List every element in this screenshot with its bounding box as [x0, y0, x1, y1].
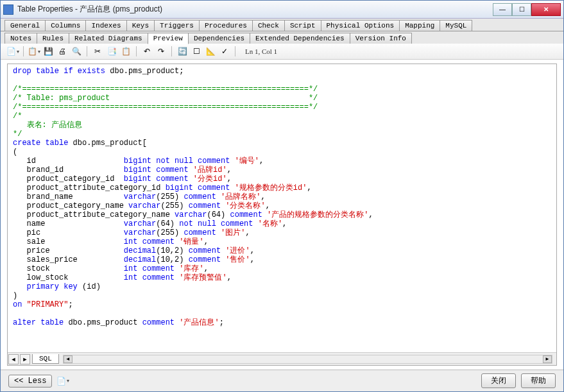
scroll-right-icon[interactable]: ►	[543, 355, 552, 363]
cursor-position: Ln 1, Col 1	[245, 47, 277, 55]
sql-editor[interactable]: drop table if exists dbo.pms_product; /*…	[8, 64, 556, 352]
properties-icon[interactable]: 📋▾	[28, 46, 40, 57]
cut-icon[interactable]: ✂	[92, 46, 103, 57]
redo-icon[interactable]: ↷	[155, 46, 167, 57]
select-icon[interactable]: ☐	[191, 46, 202, 57]
format-icon[interactable]: 📐	[205, 46, 216, 57]
tab-scroll-right[interactable]: ►	[20, 354, 30, 364]
tab-rules[interactable]: Rules	[37, 33, 69, 44]
titlebar: Table Properties - 产品信息 (pms_product) — …	[1, 1, 563, 19]
tab-mapping[interactable]: Mapping	[399, 20, 440, 31]
minimize-button[interactable]: —	[493, 3, 512, 16]
new-icon[interactable]: 📄▾	[7, 46, 19, 57]
window: Table Properties - 产品信息 (pms_product) — …	[0, 0, 564, 392]
footer: << Less 📄▾ 关闭 帮助	[1, 370, 563, 391]
tab-scroll-left[interactable]: ◄	[8, 354, 19, 364]
close-dialog-button[interactable]: 关闭	[481, 373, 516, 388]
horizontal-scrollbar[interactable]: ◄ ►	[63, 355, 552, 364]
editor-panel: drop table if exists dbo.pms_product; /*…	[7, 64, 557, 366]
tab-keys[interactable]: Keys	[126, 20, 155, 31]
sql-tab[interactable]: SQL	[32, 354, 59, 364]
scroll-left-icon[interactable]: ◄	[64, 355, 73, 363]
menu-icon[interactable]: 📄▾	[57, 375, 69, 387]
toolbar: 📄▾ 📋▾ 💾 🖨 🔍 ✂ 📑 📋 ↶ ↷ 🔄 ☐ 📐 ✓ Ln 1, Col …	[1, 44, 563, 60]
tab-check[interactable]: Check	[252, 20, 285, 31]
validate-icon[interactable]: ✓	[219, 46, 230, 57]
tab-columns[interactable]: Columns	[45, 20, 86, 31]
tab-triggers[interactable]: Triggers	[154, 20, 200, 31]
less-button[interactable]: << Less	[8, 375, 52, 388]
tabs-row-1: GeneralColumnsIndexesKeysTriggersProcedu…	[1, 19, 563, 31]
close-button[interactable]: ✕	[531, 3, 561, 16]
tab-physical-options[interactable]: Physical Options	[321, 20, 400, 31]
tab-script[interactable]: Script	[284, 20, 321, 31]
tabs-row-2: NotesRulesRelated DiagramsPreviewDepende…	[1, 31, 563, 44]
print-icon[interactable]: 🖨	[56, 46, 68, 57]
tab-indexes[interactable]: Indexes	[85, 20, 126, 31]
window-title: Table Properties - 产品信息 (pms_product)	[17, 4, 493, 15]
save-icon[interactable]: 💾	[42, 46, 54, 57]
find-icon[interactable]: 🔍	[71, 46, 82, 57]
tab-preview[interactable]: Preview	[148, 33, 189, 44]
tab-extended-dependencies[interactable]: Extended Dependencies	[250, 33, 350, 44]
undo-icon[interactable]: ↶	[141, 46, 153, 57]
tab-notes[interactable]: Notes	[4, 33, 37, 44]
copy-icon[interactable]: 📑	[106, 46, 117, 57]
window-controls: — ☐ ✕	[493, 3, 561, 16]
help-button[interactable]: 帮助	[521, 373, 556, 388]
tab-dependencies[interactable]: Dependencies	[188, 33, 250, 44]
tab-procedures[interactable]: Procedures	[199, 20, 253, 31]
paste-icon[interactable]: 📋	[120, 46, 132, 57]
app-icon	[3, 4, 13, 15]
maximize-button[interactable]: ☐	[512, 3, 531, 16]
editor-bottom-bar: ◄ ► SQL ◄ ►	[8, 352, 556, 365]
tab-version-info[interactable]: Version Info	[350, 33, 412, 44]
refresh-icon[interactable]: 🔄	[176, 46, 188, 57]
tab-related-diagrams[interactable]: Related Diagrams	[69, 33, 148, 44]
tab-mysql[interactable]: MySQL	[440, 20, 472, 31]
tab-general[interactable]: General	[4, 20, 46, 31]
